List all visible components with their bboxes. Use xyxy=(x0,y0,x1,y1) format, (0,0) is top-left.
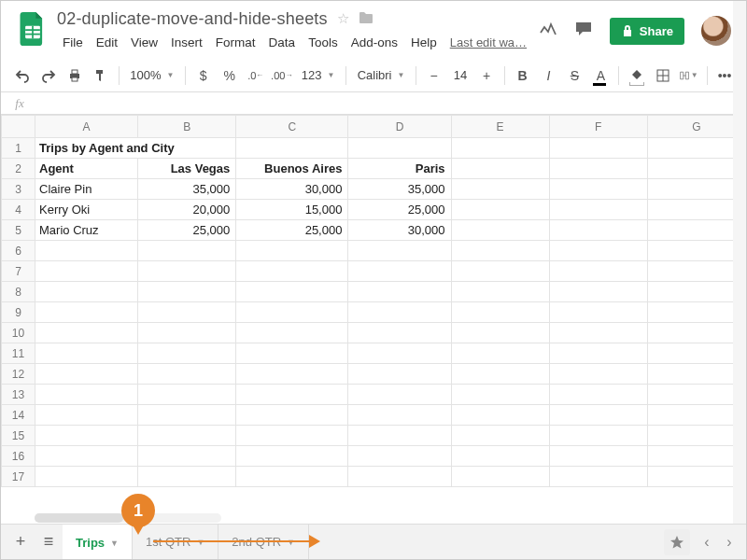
tab-scroll-left[interactable]: ‹ xyxy=(696,534,718,551)
menu-edit[interactable]: Edit xyxy=(91,33,123,52)
currency-button[interactable]: $ xyxy=(191,63,216,88)
last-edit-link[interactable]: Last edit wa… xyxy=(450,35,527,49)
col-E[interactable]: E xyxy=(451,116,549,138)
col-C[interactable]: C xyxy=(236,116,348,138)
col-G[interactable]: G xyxy=(647,116,745,138)
row-5: 5Mario Cruz25,00025,00030,000 xyxy=(2,220,746,241)
row-3: 3Claire Pin35,00030,00035,000 xyxy=(2,179,746,200)
move-folder-icon[interactable] xyxy=(359,11,374,27)
col-F[interactable]: F xyxy=(549,116,647,138)
vertical-scrollbar[interactable] xyxy=(733,1,746,559)
spreadsheet-grid[interactable]: A B C D E F G 1Trips by Agent and City 2… xyxy=(1,115,746,542)
row-4: 4Kerry Oki20,00015,00025,000 xyxy=(2,200,746,220)
cell-B5[interactable]: 25,000 xyxy=(138,220,236,241)
horizontal-scrollbar-thumb[interactable] xyxy=(35,513,123,523)
col-D[interactable]: D xyxy=(348,116,451,138)
cell-C4[interactable]: 15,000 xyxy=(236,200,348,220)
toolbar: 100%▼ $ % .0← .00→ 123▼ Calibri▼ − 14 + … xyxy=(1,59,746,92)
svg-rect-3 xyxy=(72,77,78,81)
cell-D5[interactable]: 30,000 xyxy=(348,220,451,241)
fill-color-button[interactable] xyxy=(625,63,649,88)
redo-button[interactable] xyxy=(36,63,61,88)
cell-D2[interactable]: Paris xyxy=(348,159,451,179)
cell-A4[interactable]: Kerry Oki xyxy=(35,200,138,220)
activity-icon[interactable] xyxy=(539,20,557,42)
cell-A1[interactable]: Trips by Agent and City xyxy=(35,138,236,159)
menu-view[interactable]: View xyxy=(125,33,163,52)
formula-input[interactable] xyxy=(38,96,746,110)
cell-C5[interactable]: 25,000 xyxy=(236,220,348,241)
sheet-tab-2nd-qtr[interactable]: 2nd QTR▼ xyxy=(218,525,309,560)
cell-C2[interactable]: Buenos Aires xyxy=(236,159,348,179)
col-B[interactable]: B xyxy=(138,116,236,138)
row-1: 1Trips by Agent and City xyxy=(2,138,746,159)
menu-format[interactable]: Format xyxy=(210,33,261,52)
sheet-tab-bar: + ≡ Trips▼ 1st QTR▼ 2nd QTR▼ ‹ › xyxy=(1,524,746,559)
cell-C3[interactable]: 30,000 xyxy=(236,179,348,200)
menu-file[interactable]: File xyxy=(57,33,89,52)
sheet-tab-1st-qtr[interactable]: 1st QTR▼ xyxy=(133,525,218,560)
paint-format-button[interactable] xyxy=(89,63,113,88)
number-format-select[interactable]: 123▼ xyxy=(296,68,341,82)
print-button[interactable] xyxy=(63,63,87,88)
column-headers[interactable]: A B C D E F G xyxy=(2,116,746,138)
bold-button[interactable]: B xyxy=(510,63,534,88)
cell-D3[interactable]: 35,000 xyxy=(348,179,451,200)
menu-insert[interactable]: Insert xyxy=(165,33,208,52)
cell-B2[interactable]: Las Vegas xyxy=(138,159,236,179)
text-color-button[interactable]: A xyxy=(588,63,613,88)
cell-D4[interactable]: 25,000 xyxy=(348,200,451,220)
star-icon[interactable]: ☆ xyxy=(337,10,349,27)
sheet-tab-trips[interactable]: Trips▼ xyxy=(63,525,133,560)
zoom-select[interactable]: 100%▼ xyxy=(124,68,179,82)
comments-icon[interactable] xyxy=(574,20,593,42)
font-select[interactable]: Calibri▼ xyxy=(352,68,411,82)
percent-button[interactable]: % xyxy=(218,63,242,88)
font-size-input[interactable]: 14 xyxy=(448,68,472,82)
strike-button[interactable]: S xyxy=(562,63,586,88)
menu-help[interactable]: Help xyxy=(405,33,443,52)
row-2: 2AgentLas VegasBuenos AiresParis xyxy=(2,159,746,179)
share-label: Share xyxy=(640,24,673,38)
cell-A2[interactable]: Agent xyxy=(35,159,138,179)
svg-rect-2 xyxy=(72,70,78,74)
menu-bar: File Edit View Insert Format Data Tools … xyxy=(57,33,539,52)
italic-button[interactable]: I xyxy=(536,63,560,88)
menu-tools[interactable]: Tools xyxy=(303,33,344,52)
doc-title[interactable]: 02-duplicate-move-and-hide-sheets xyxy=(57,9,328,29)
title-bar: 02-duplicate-move-and-hide-sheets ☆ File… xyxy=(1,1,746,59)
tab-scroll-right[interactable]: › xyxy=(718,534,740,551)
select-all-corner[interactable] xyxy=(2,116,35,138)
col-A[interactable]: A xyxy=(35,116,138,138)
increase-decimal-button[interactable]: .00→ xyxy=(270,63,294,88)
all-sheets-button[interactable]: ≡ xyxy=(35,528,63,556)
share-button[interactable]: Share xyxy=(610,18,684,45)
formula-bar: fx xyxy=(1,92,746,115)
decrease-decimal-button[interactable]: .0← xyxy=(244,63,268,88)
font-size-decrease[interactable]: − xyxy=(422,63,446,88)
font-size-increase[interactable]: + xyxy=(474,63,499,88)
cell-B3[interactable]: 35,000 xyxy=(138,179,236,200)
add-sheet-button[interactable]: + xyxy=(7,528,35,556)
sheets-logo[interactable] xyxy=(14,8,51,46)
menu-addons[interactable]: Add-ons xyxy=(345,33,403,52)
cell-A5[interactable]: Mario Cruz xyxy=(35,220,138,241)
tab-menu-icon[interactable]: ▼ xyxy=(110,539,119,548)
fx-label: fx xyxy=(1,96,38,111)
menu-data[interactable]: Data xyxy=(263,33,302,52)
user-avatar[interactable] xyxy=(701,16,731,46)
cell-B4[interactable]: 20,000 xyxy=(138,200,236,220)
cell-A3[interactable]: Claire Pin xyxy=(35,179,138,200)
undo-button[interactable] xyxy=(10,63,35,88)
borders-button[interactable] xyxy=(651,63,675,88)
lock-icon xyxy=(621,24,634,37)
merge-button[interactable]: ▼ xyxy=(677,63,701,88)
explore-button[interactable] xyxy=(664,529,690,555)
